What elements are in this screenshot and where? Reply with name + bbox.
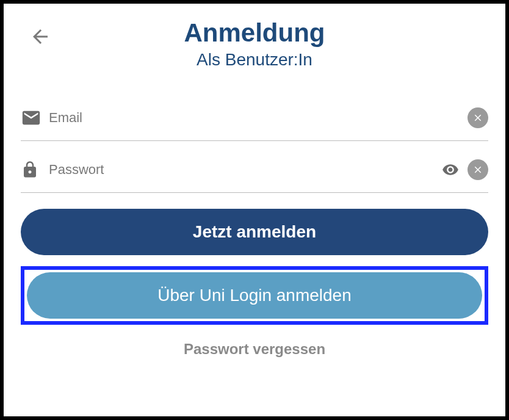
lock-icon xyxy=(21,159,49,180)
uni-login-button[interactable]: Über Uni Login anmelden xyxy=(27,272,482,319)
password-field-row[interactable]: Passwort xyxy=(21,152,488,193)
page-subtitle: Als Benutzer:In xyxy=(16,50,493,70)
eye-icon xyxy=(438,161,463,178)
back-button[interactable] xyxy=(28,24,52,49)
arrow-left-icon xyxy=(29,26,51,48)
password-label: Passwort xyxy=(49,162,438,178)
clear-password-button[interactable] xyxy=(467,159,488,180)
header: Anmeldung Als Benutzer:In xyxy=(16,18,493,70)
close-icon xyxy=(472,112,483,123)
forgot-password-link[interactable]: Passwort vergessen xyxy=(21,337,488,361)
close-icon xyxy=(472,164,483,175)
login-screen: Anmeldung Als Benutzer:In Email xyxy=(0,0,509,420)
login-button[interactable]: Jetzt anmelden xyxy=(21,209,488,255)
email-label: Email xyxy=(49,110,467,126)
page-title: Anmeldung xyxy=(16,18,493,48)
toggle-password-visibility[interactable] xyxy=(438,161,463,178)
highlighted-annotation: Über Uni Login anmelden xyxy=(21,266,488,325)
email-field-row[interactable]: Email xyxy=(21,100,488,141)
email-icon xyxy=(21,107,49,128)
login-form: Email Passwort xyxy=(16,100,493,361)
clear-email-button[interactable] xyxy=(467,107,488,128)
